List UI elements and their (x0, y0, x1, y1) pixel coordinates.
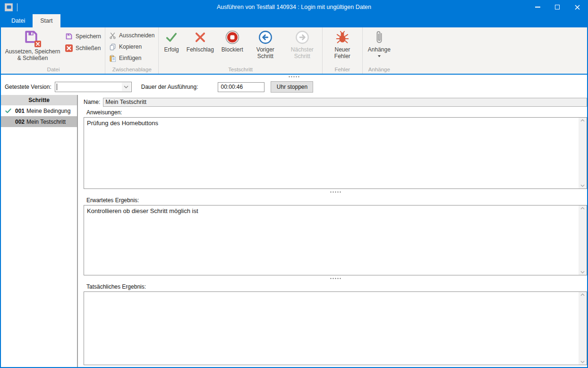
fail-button[interactable]: Fehlschlag (183, 28, 218, 53)
maximize-button[interactable] (547, 0, 567, 14)
titlebar: Ausführen von Testfall 140934 : Login mi… (1, 0, 587, 14)
previous-step-button[interactable]: Voriger Schritt (247, 28, 284, 60)
minimize-icon (535, 7, 540, 8)
step-label: Meine Bedingung (26, 108, 70, 114)
execution-form-row: Getestete Version: Dauer der Ausführung:… (1, 79, 587, 95)
content-area: Getestete Version: Dauer der Ausführung:… (1, 75, 587, 367)
tested-version-label: Getestete Version: (5, 84, 51, 90)
scissors-icon (109, 32, 116, 39)
duration-input[interactable] (218, 82, 264, 92)
instructions-label: Anweisungen: (84, 107, 587, 117)
step-label: Mein Testschritt (26, 119, 66, 125)
maximize-icon (555, 5, 560, 9)
duration-label: Dauer der Ausführung: (141, 84, 198, 90)
success-button[interactable]: Erfolg (160, 28, 182, 53)
save-suspend-icon (24, 29, 42, 47)
window-title: Ausführen von Testfall 140934 : Login mi… (1, 4, 587, 10)
group-label-datei: Datei (3, 66, 103, 74)
name-input[interactable] (103, 98, 587, 107)
scroll-down-icon[interactable] (580, 271, 585, 274)
expected-result-label: Erwartetes Ergebnis: (84, 195, 587, 205)
bug-icon (336, 31, 349, 44)
splitter-dots-icon (330, 191, 341, 193)
scroll-up-icon[interactable] (580, 293, 585, 296)
actual-result-textarea[interactable] (84, 292, 579, 365)
previous-arrow-icon (258, 30, 273, 44)
close-red-icon (65, 44, 73, 52)
tab-start[interactable]: Start (33, 14, 60, 27)
suspend-save-close-button[interactable]: Aussetzen, Speichern & Schließen (3, 28, 62, 62)
ribbon-group-datei: Aussetzen, Speichern & Schließen Speiche… (2, 27, 105, 74)
expected-result-textarea[interactable]: Kontrollieren ob dieser Schritt möglich … (84, 205, 579, 275)
ribbon-group-testschritt: Erfolg Fehlschlag Blockiert (159, 27, 322, 74)
copy-button[interactable]: Kopieren (107, 42, 144, 52)
instructions-textarea[interactable]: Prüfung des Homebuttons (84, 118, 579, 188)
instructions-field: Prüfung des Homebuttons (84, 117, 587, 189)
ribbon-tab-row: Datei Start (1, 14, 587, 27)
step-passed-check-icon (5, 107, 15, 114)
scroll-down-icon[interactable] (580, 360, 585, 363)
next-step-button: Nächster Schritt (284, 28, 321, 60)
group-label-fehler: Fehler (324, 66, 361, 74)
quick-access-separator (17, 3, 17, 11)
fail-x-icon (194, 31, 207, 44)
name-label: Name: (84, 99, 100, 105)
combobox-arrow-button[interactable] (122, 83, 131, 91)
scroll-up-icon[interactable] (580, 207, 585, 210)
group-label-anhaenge: Anhänge (364, 66, 394, 74)
cut-button[interactable]: Ausschneiden (107, 30, 157, 41)
app-icon[interactable] (5, 3, 13, 11)
paste-icon (109, 55, 116, 62)
save-icon (65, 33, 73, 40)
top-splitter[interactable] (1, 75, 587, 79)
attachments-dropdown-icon[interactable] (378, 55, 381, 57)
step-detail-panel: Name: Anweisungen: Prüfung des Homebutto… (78, 95, 587, 367)
steps-sidebar: Schritte 001 Meine Bedingung 002 Mein Te… (1, 95, 78, 367)
attachments-button[interactable]: Anhänge (364, 28, 394, 57)
ribbon-group-zwischenablage: Ausschneiden Kopieren (105, 27, 159, 74)
tested-version-combobox[interactable] (55, 82, 132, 92)
group-label-zwischenablage: Zwischenablage (107, 66, 157, 74)
copy-icon (109, 43, 116, 51)
save-button[interactable]: Speichern (63, 31, 103, 42)
mid-splitter-2[interactable] (84, 275, 587, 282)
close-testrun-button[interactable]: Schließen (63, 43, 103, 53)
steps-header: Schritte (1, 95, 77, 105)
window-controls (528, 0, 587, 14)
step-item-002[interactable]: 002 Mein Testschritt (1, 116, 77, 127)
name-row: Name: (84, 95, 587, 107)
expected-result-field: Kontrollieren ob dieser Schritt möglich … (84, 205, 587, 275)
scroll-up-icon[interactable] (580, 119, 585, 122)
paste-button[interactable]: Einfügen (107, 53, 144, 63)
close-icon (575, 5, 580, 10)
actual-scrollbar[interactable] (579, 292, 587, 365)
step-item-001[interactable]: 001 Meine Bedingung (1, 105, 77, 116)
ribbon-group-anhaenge: Anhänge Anhänge (363, 27, 396, 74)
mid-splitter-1[interactable] (84, 189, 587, 195)
instructions-scrollbar[interactable] (579, 118, 587, 188)
splitter-dots-icon (330, 277, 341, 280)
tab-datei[interactable]: Datei (4, 14, 33, 27)
new-error-button[interactable]: Neuer Fehler (324, 28, 361, 60)
next-arrow-icon (295, 30, 309, 44)
scroll-down-icon[interactable] (580, 184, 585, 187)
splitter-dots-icon (288, 76, 300, 78)
blocked-button[interactable]: Blockiert (218, 28, 247, 53)
close-window-button[interactable] (567, 0, 587, 14)
actual-result-label: Tatsächliches Ergebnis: (84, 282, 587, 291)
expected-scrollbar[interactable] (579, 205, 587, 275)
main-body: Schritte 001 Meine Bedingung 002 Mein Te… (1, 95, 587, 367)
text-caret (57, 84, 57, 90)
success-check-icon (164, 31, 179, 44)
blocked-stop-icon (225, 30, 239, 44)
app-logo-icon (7, 5, 11, 9)
minimize-button[interactable] (528, 0, 547, 14)
close-badge-icon (34, 41, 41, 47)
group-label-testschritt: Testschritt (160, 66, 320, 74)
app-window: Ausführen von Testfall 140934 : Login mi… (0, 0, 588, 368)
ribbon-group-fehler: Neuer Fehler Fehler (323, 27, 363, 74)
actual-result-field (84, 291, 587, 365)
stop-clock-button[interactable]: Uhr stoppen (271, 81, 313, 93)
chevron-down-icon (124, 86, 128, 88)
paperclip-icon (375, 30, 384, 45)
